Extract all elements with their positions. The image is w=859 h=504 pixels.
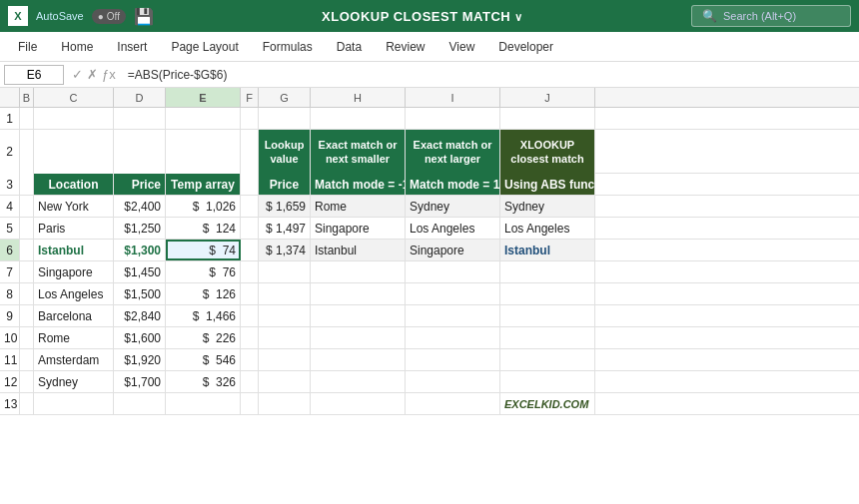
col-i[interactable]: I — [406, 88, 500, 107]
location-header: Location — [34, 174, 114, 195]
larger-6[interactable]: Singapore — [406, 240, 500, 260]
price-10[interactable]: $1,600 — [114, 327, 166, 348]
temp-8[interactable]: $ 126 — [166, 283, 241, 304]
location-11[interactable]: Amsterdam — [34, 349, 114, 370]
temp-7[interactable]: $ 76 — [166, 261, 241, 282]
location-7[interactable]: Singapore — [34, 261, 114, 282]
temp-4[interactable]: $ 1,026 — [166, 196, 241, 217]
col-d[interactable]: D — [114, 88, 166, 107]
price-8[interactable]: $1,500 — [114, 283, 166, 304]
larger-4[interactable]: Sydney — [406, 196, 500, 217]
location-8[interactable]: Los Angeles — [34, 283, 114, 304]
workbook-title: XLOOKUP CLOSEST MATCH ∨ — [162, 9, 683, 24]
xlookup-4[interactable]: Sydney — [500, 196, 595, 217]
app-logo: X — [8, 6, 28, 26]
cell-b2[interactable] — [20, 130, 34, 174]
exact-smaller-header: Exact match or next smaller — [311, 130, 406, 174]
temp-6[interactable]: $ 74 — [166, 240, 241, 260]
menu-data[interactable]: Data — [327, 36, 372, 58]
table-row: 12 Sydney $1,700 $ 326 — [0, 371, 859, 393]
location-12[interactable]: Sydney — [34, 371, 114, 392]
cell-b1[interactable] — [20, 108, 34, 129]
location-10[interactable]: Rome — [34, 327, 114, 348]
col-j[interactable]: J — [500, 88, 595, 107]
table-row: 9 Barcelona $2,840 $ 1,466 — [0, 305, 859, 327]
row-num-4: 4 — [0, 196, 20, 217]
save-icon[interactable]: 💾 — [134, 7, 154, 26]
table-row: 10 Rome $1,600 $ 226 — [0, 327, 859, 349]
smaller-5[interactable]: Singapore — [311, 218, 406, 239]
row-num-1: 1 — [0, 108, 20, 129]
cell-d2[interactable] — [114, 130, 166, 174]
table-row: 5 Paris $1,250 $ 124 $ 1,497 Singapore L… — [0, 218, 859, 240]
temp-9[interactable]: $ 1,466 — [166, 305, 241, 326]
temp-12[interactable]: $ 326 — [166, 371, 241, 392]
location-6[interactable]: Istanbul — [34, 240, 114, 260]
cell-f2[interactable] — [241, 130, 259, 174]
cell-i1[interactable] — [406, 108, 500, 129]
title-bar: X AutoSave ● Off 💾 XLOOKUP CLOSEST MATCH… — [0, 0, 859, 32]
col-b[interactable]: B — [20, 88, 34, 107]
formula-bar: E6 ✓✗ƒx =ABS(Price-$G$6) — [0, 62, 859, 88]
table-row: 2 Lookup value Exact match or next small… — [0, 130, 859, 174]
menu-formulas[interactable]: Formulas — [253, 36, 323, 58]
lookup-price-5[interactable]: $ 1,497 — [259, 218, 311, 239]
formula-input[interactable]: =ABS(Price-$G$6) — [124, 66, 855, 84]
cell-e1[interactable] — [166, 108, 241, 129]
col-h[interactable]: H — [311, 88, 406, 107]
menu-page-layout[interactable]: Page Layout — [161, 36, 248, 58]
xlookup-5[interactable]: Los Angeles — [500, 218, 595, 239]
table-row: 13 EXCELKID.COM — [0, 393, 859, 415]
cell-reference[interactable]: E6 — [4, 65, 64, 85]
temp-11[interactable]: $ 546 — [166, 349, 241, 370]
col-c[interactable]: C — [34, 88, 114, 107]
cell-c1[interactable] — [34, 108, 114, 129]
location-9[interactable]: Barcelona — [34, 305, 114, 326]
cell-f3[interactable] — [241, 174, 259, 195]
row-num-header — [0, 88, 20, 107]
price-12[interactable]: $1,700 — [114, 371, 166, 392]
row-num-11: 11 — [0, 349, 20, 370]
temp-10[interactable]: $ 226 — [166, 327, 241, 348]
cell-d1[interactable] — [114, 108, 166, 129]
row-num-8: 8 — [0, 283, 20, 304]
price-4[interactable]: $2,400 — [114, 196, 166, 217]
price-9[interactable]: $2,840 — [114, 305, 166, 326]
table-row: 7 Singapore $1,450 $ 76 — [0, 261, 859, 283]
location-4[interactable]: New York — [34, 196, 114, 217]
xlookup-6[interactable]: Istanbul — [500, 240, 595, 260]
cell-g1[interactable] — [259, 108, 311, 129]
row-num-6: 6 — [0, 240, 20, 260]
temp-5[interactable]: $ 124 — [166, 218, 241, 239]
larger-5[interactable]: Los Angeles — [406, 218, 500, 239]
price-6[interactable]: $1,300 — [114, 240, 166, 260]
cell-h1[interactable] — [311, 108, 406, 129]
menu-insert[interactable]: Insert — [107, 36, 157, 58]
col-f[interactable]: F — [241, 88, 259, 107]
price-7[interactable]: $1,450 — [114, 261, 166, 282]
cell-e2[interactable] — [166, 130, 241, 174]
row-num-12: 12 — [0, 371, 20, 392]
cell-c2[interactable] — [34, 130, 114, 174]
cell-f1[interactable] — [241, 108, 259, 129]
lookup-price-4[interactable]: $ 1,659 — [259, 196, 311, 217]
col-g[interactable]: G — [259, 88, 311, 107]
menu-review[interactable]: Review — [376, 36, 434, 58]
price-5[interactable]: $1,250 — [114, 218, 166, 239]
price-11[interactable]: $1,920 — [114, 349, 166, 370]
lookup-price-6[interactable]: $ 1,374 — [259, 240, 311, 260]
cell-j1[interactable] — [500, 108, 595, 129]
autosave-toggle[interactable]: ● Off — [92, 9, 126, 24]
smaller-4[interactable]: Rome — [311, 196, 406, 217]
search-box[interactable]: 🔍 Search (Alt+Q) — [691, 5, 851, 27]
formula-dividers: ✓✗ƒx — [68, 67, 120, 82]
menu-developer[interactable]: Developer — [488, 36, 563, 58]
menu-view[interactable]: View — [439, 36, 485, 58]
col-e[interactable]: E — [166, 88, 241, 107]
menu-home[interactable]: Home — [51, 36, 103, 58]
menu-file[interactable]: File — [8, 36, 47, 58]
location-5[interactable]: Paris — [34, 218, 114, 239]
smaller-6[interactable]: Istanbul — [311, 240, 406, 260]
using-abs-header: Using ABS function — [500, 174, 595, 195]
cell-b3[interactable] — [20, 174, 34, 195]
